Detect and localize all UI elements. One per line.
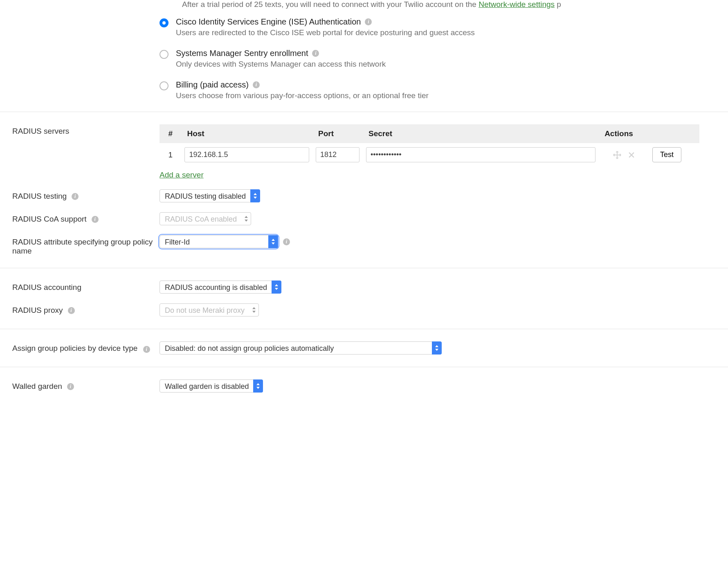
- radius-proxy-label: RADIUS proxy: [12, 306, 63, 315]
- select-arrows-icon: [249, 303, 259, 316]
- radio-icon: [160, 81, 169, 90]
- port-input[interactable]: [316, 147, 360, 162]
- col-test: [649, 124, 699, 143]
- auth-option-ise[interactable]: Cisco Identity Services Engine (ISE) Aut…: [160, 17, 728, 37]
- select-arrows-icon: [272, 281, 281, 294]
- radius-testing-select[interactable]: RADIUS testing disabled: [160, 189, 260, 202]
- auth-sentry-title: Systems Manager Sentry enrollment: [176, 49, 308, 58]
- radius-testing-label: RADIUS testing: [12, 192, 67, 201]
- radius-coa-label: RADIUS CoA support: [12, 215, 87, 224]
- info-icon[interactable]: i: [253, 81, 260, 88]
- col-host: Host: [181, 124, 312, 143]
- move-icon[interactable]: [613, 150, 622, 159]
- col-port: Port: [312, 124, 363, 143]
- col-num: #: [160, 124, 181, 143]
- auth-billing-title: Billing (paid access): [176, 80, 249, 90]
- radius-servers-label: RADIUS servers: [12, 124, 160, 136]
- select-arrows-icon: [268, 235, 278, 248]
- radius-attr-select[interactable]: Filter-Id: [160, 235, 278, 248]
- radius-attr-label: RADIUS attribute specifying group policy…: [12, 235, 160, 256]
- walled-garden-label: Walled garden: [12, 382, 62, 391]
- radio-icon: [160, 18, 169, 27]
- auth-sentry-desc: Only devices with Systems Manager can ac…: [176, 60, 728, 69]
- info-icon[interactable]: i: [92, 216, 99, 223]
- radius-proxy-select: Do not use Meraki proxy: [160, 303, 259, 316]
- radius-accounting-label: RADIUS accounting: [12, 281, 160, 292]
- auth-ise-title: Cisco Identity Services Engine (ISE) Aut…: [176, 17, 361, 27]
- secret-input[interactable]: [366, 147, 595, 162]
- info-icon[interactable]: i: [312, 50, 319, 57]
- auth-ise-desc: Users are redirected to the Cisco ISE we…: [176, 28, 728, 37]
- info-icon[interactable]: i: [72, 193, 79, 200]
- host-input[interactable]: [184, 147, 309, 162]
- auth-option-sentry[interactable]: Systems Manager Sentry enrollment i Only…: [160, 49, 728, 69]
- delete-icon[interactable]: [627, 151, 636, 159]
- select-arrows-icon: [250, 189, 260, 202]
- network-wide-settings-link[interactable]: Network-wide settings: [479, 0, 555, 9]
- walled-garden-select[interactable]: Walled garden is disabled: [160, 379, 263, 393]
- assign-group-label: Assign group policies by device type: [12, 344, 137, 352]
- trial-note: After a trial period of 25 texts, you wi…: [0, 0, 728, 17]
- radius-accounting-select[interactable]: RADIUS accounting is disabled: [160, 281, 281, 294]
- auth-radio-group: Cisco Identity Services Engine (ISE) Aut…: [0, 17, 728, 100]
- row-num: 1: [160, 143, 181, 166]
- col-secret: Secret: [363, 124, 599, 143]
- test-button[interactable]: Test: [652, 147, 681, 162]
- info-icon[interactable]: i: [283, 238, 290, 245]
- radius-coa-select: RADIUS CoA enabled: [160, 212, 251, 225]
- assign-group-select[interactable]: Disabled: do not assign group policies a…: [160, 341, 442, 355]
- info-icon[interactable]: i: [68, 307, 75, 314]
- info-icon[interactable]: i: [365, 18, 372, 25]
- radio-icon: [160, 50, 169, 59]
- select-arrows-icon: [241, 212, 251, 225]
- radius-server-row: 1: [160, 143, 699, 166]
- auth-billing-desc: Users choose from various pay-for-access…: [176, 91, 728, 100]
- select-arrows-icon: [253, 379, 263, 393]
- info-icon[interactable]: i: [143, 346, 150, 353]
- col-actions: Actions: [599, 124, 649, 143]
- add-server-link[interactable]: Add a server: [160, 171, 204, 180]
- radius-servers-table: # Host Port Secret Actions 1: [160, 124, 699, 166]
- info-icon[interactable]: i: [67, 383, 74, 390]
- auth-option-billing[interactable]: Billing (paid access) i Users choose fro…: [160, 80, 728, 100]
- select-arrows-icon: [432, 341, 442, 355]
